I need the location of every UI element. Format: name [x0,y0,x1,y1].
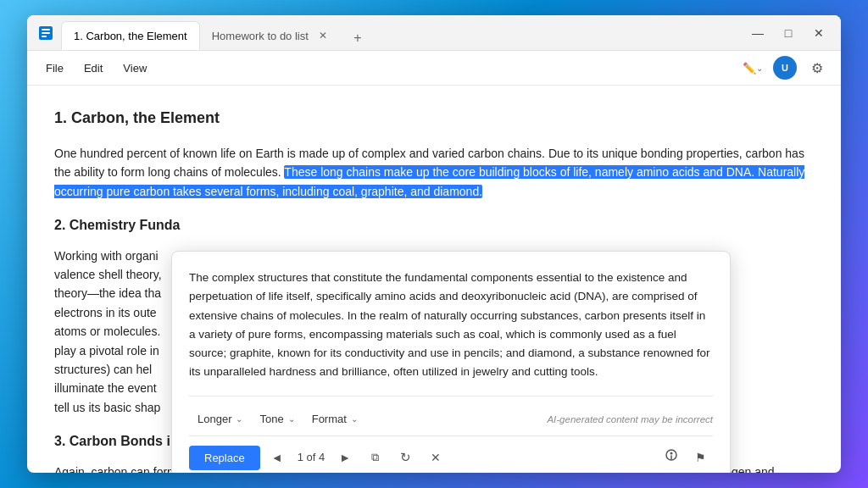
p2-col1-l3: theory—the idea tha [54,286,161,300]
page-count: 1 of 4 [294,449,329,467]
close-button[interactable]: ✕ [807,21,831,45]
p2-col1-l1: Working with organi [54,249,159,263]
rewrite-actions: Replace ◄ 1 of 4 ► ⧉ ↻ ✕ [189,435,713,470]
app-icon [37,25,54,42]
rewrite-toolbar: Longer ⌄ Tone ⌄ Format ⌄ AI-generated co… [189,396,713,433]
menu-right-actions: ✏️ ⌄ U ⚙ [739,54,831,81]
refresh-icon: ↻ [400,447,411,468]
longer-label: Longer [198,411,231,429]
format-dropdown[interactable]: Format ⌄ [303,407,366,433]
minimize-button[interactable]: — [746,21,770,45]
heading-2-text: 2. Chemistry Funda [54,218,180,232]
format-arrow-icon: ⌄ [351,413,358,426]
close-rewrite-icon: ✕ [431,448,441,467]
tone-arrow-icon: ⌄ [288,413,295,426]
copy-icon: ⧉ [371,449,379,467]
replace-button[interactable]: Replace [189,446,260,470]
p2-col1-l2: valence shell theory, [54,268,162,281]
format-label: Format [312,411,347,429]
tone-dropdown[interactable]: Tone ⌄ [251,407,303,433]
maximize-button[interactable]: □ [776,21,800,45]
tab-close-homework[interactable]: ✕ [315,28,331,43]
p2-col1-l9: tell us its basic shap [54,401,160,414]
edit-caret-icon: ⌄ [756,64,763,73]
prev-button[interactable]: ◄ [265,446,289,469]
heading-2-overflow: ‌ [180,218,455,232]
p2-col1-l4: electrons in its oute [54,306,157,319]
titlebar: 1. Carbon, the Element Homework to do li… [27,15,841,51]
tab-label-carbon: 1. Carbon, the Element [74,30,187,42]
svg-rect-1 [42,29,50,30]
rewrite-text: The complex structures that constitute t… [189,269,713,382]
longer-dropdown[interactable]: Longer ⌄ [189,407,251,433]
menu-edit[interactable]: Edit [75,58,111,78]
menubar: File Edit View ✏️ ⌄ U ⚙ [27,51,841,86]
tab-carbon[interactable]: 1. Carbon, the Element [61,21,200,50]
heading-2: 2. Chemistry Funda‌ [54,214,814,236]
heading-1: 1. Carbon, the Element [54,106,814,130]
edit-toolbar-button[interactable]: ✏️ ⌄ [739,54,766,81]
ai-disclaimer: AI-generated content may be incorrect [547,412,713,427]
tab-homework[interactable]: Homework to do list ✕ [200,21,342,50]
copy-button[interactable]: ⧉ [362,445,387,470]
save-rewrite-button[interactable] [659,445,684,470]
menu-file[interactable]: File [37,58,72,78]
avatar[interactable]: U [773,56,797,80]
main-window: 1. Carbon, the Element Homework to do li… [27,15,841,473]
longer-arrow-icon: ⌄ [236,413,242,426]
svg-point-5 [670,452,673,455]
svg-rect-3 [42,36,47,37]
menu-view[interactable]: View [114,58,155,78]
paragraph-1: One hundred percent of known life on Ear… [54,144,814,201]
document-content: 1. Carbon, the Element One hundred perce… [27,86,841,473]
close-rewrite-button[interactable]: ✕ [423,445,448,470]
window-controls: — □ ✕ [746,21,831,45]
right-actions: ⚑ [659,445,713,470]
flag-icon: ⚑ [695,448,706,467]
svg-rect-2 [42,32,50,34]
rewrite-popup: The complex structures that constitute t… [171,251,731,473]
new-tab-button[interactable]: + [346,26,370,50]
tab-label-homework: Homework to do list [212,30,309,42]
tabs-area: 1. Carbon, the Element Homework to do li… [61,15,746,50]
p2-col1-l5: atoms or molecules. [54,324,160,338]
save-rewrite-icon [665,448,678,467]
settings-icon: ⚙ [811,60,823,76]
settings-button[interactable]: ⚙ [804,54,831,81]
tone-label: Tone [259,411,283,429]
next-button[interactable]: ► [333,446,357,469]
edit-icon: ✏️ [743,62,756,75]
refresh-button[interactable]: ↻ [392,445,418,470]
flag-button[interactable]: ⚑ [687,445,713,470]
p2-col1-l8: illuminate the event [54,381,157,395]
p2-col1-l6: play a pivotal role in [54,344,159,358]
p2-col1-l7: structures) can hel [54,363,152,376]
